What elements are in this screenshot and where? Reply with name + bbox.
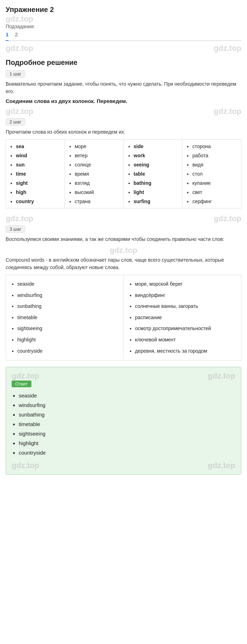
step-3-text2: Compound words - в английском обозначает… xyxy=(6,256,241,271)
watermark-row-1: gdz.top gdz.top xyxy=(6,44,241,53)
list-item: sunbathing xyxy=(19,410,235,419)
answer-label: Ответ xyxy=(12,381,31,387)
watermark-row-3: gdz.top gdz.top xyxy=(6,214,241,223)
list-item: стол xyxy=(192,169,237,178)
list-item: время xyxy=(75,169,119,178)
list-item: sightseeing xyxy=(19,429,235,438)
list-item: ветер xyxy=(75,151,119,160)
list-item: timetable xyxy=(17,312,118,323)
list-item: море, морской берег xyxy=(135,279,236,290)
table-row: seawindsuntimesighthighcountry мореветер… xyxy=(6,140,241,208)
list-item: страна xyxy=(75,197,119,206)
step-2-text1: Прочитаем слова из обеих колонок и перев… xyxy=(6,128,241,136)
list-item: time xyxy=(16,169,60,178)
list-item: солнечные ванны, загорать xyxy=(135,301,236,312)
solution-heading: Подробное решение xyxy=(6,59,241,67)
step-3: 3 шаг Воспользуемся своими знаниями, а т… xyxy=(6,225,241,271)
list-item: light xyxy=(134,188,178,197)
list-item: деревня, местность за городом xyxy=(135,346,236,357)
list-item: windsurfing xyxy=(17,290,118,301)
list-item: sun xyxy=(16,160,60,169)
list-item: взгляд xyxy=(75,178,119,188)
list-item: sightseeing xyxy=(17,323,118,334)
list-item: timetable xyxy=(19,419,235,429)
list-item: серфинг xyxy=(192,197,237,206)
list-item: высокий xyxy=(75,188,119,197)
list-item: свет xyxy=(192,188,237,197)
list-item: highlight xyxy=(17,334,118,346)
exercise-title: Упражнение 2 xyxy=(6,6,241,14)
list-item: windsurfing xyxy=(19,400,235,410)
list-item: seaside xyxy=(19,391,235,400)
step-1-text2: Соединим слова из двух колонок. Переведе… xyxy=(6,98,241,104)
vocab-col1-ru: мореветерсолнцевремявзглядвысокийстрана xyxy=(65,140,124,208)
list-item: море xyxy=(75,142,119,151)
step-2: 2 шаг Прочитаем слова из обеих колонок и… xyxy=(6,118,241,136)
list-item: highlight xyxy=(19,438,235,448)
vocab-col2-ru: сторонаработавидястолкупаниесветсерфинг xyxy=(182,140,241,208)
list-item: sight xyxy=(16,178,60,188)
subtask-tabs: 1 2 xyxy=(6,31,241,41)
list-item: seeing xyxy=(134,160,178,169)
list-item: расписание xyxy=(135,312,236,323)
list-item: осмотр достопримечательностей xyxy=(135,323,236,334)
step-3-text1: Воспользуемся своими знаниями, а так же … xyxy=(6,236,241,243)
answer-list: seasidewindsurfingsunbathingtimetablesig… xyxy=(12,391,235,457)
subtask-label: Подзадания: xyxy=(6,24,241,29)
vocab-col2-en: sideworkseeingtablebathinglightsurfing xyxy=(124,140,182,208)
list-item: видя xyxy=(192,160,237,169)
list-item: sunbathing xyxy=(17,301,118,312)
watermark-center: gdz.top xyxy=(6,246,241,255)
step-1-text1: Внимательно прочитаем задание, чтобы пон… xyxy=(6,80,241,95)
list-item: ключевой момент xyxy=(135,334,236,346)
list-item: work xyxy=(134,151,178,160)
step-1: 1 шаг Внимательно прочитаем задание, что… xyxy=(6,70,241,104)
tab-2[interactable]: 2 xyxy=(15,31,18,39)
watermark-row-2: gdz.top gdz.top xyxy=(6,107,241,116)
step-2-badge: 2 шаг xyxy=(6,118,25,126)
tab-1[interactable]: 1 xyxy=(6,31,8,41)
list-item: работа xyxy=(192,151,237,160)
list-item: купание xyxy=(192,178,237,188)
list-item: виндсёрфинг xyxy=(135,290,236,301)
list-item: sea xyxy=(16,142,60,151)
list-item: country xyxy=(16,197,60,206)
list-item: wind xyxy=(16,151,60,160)
list-item: seaside xyxy=(17,279,118,290)
list-item: сторона xyxy=(192,142,237,151)
step-3-badge: 3 шаг xyxy=(6,225,25,233)
list-item: countryside xyxy=(19,448,235,457)
step-1-badge: 1 шаг xyxy=(6,70,25,78)
list-item: surfing xyxy=(134,197,178,206)
list-item: table xyxy=(134,169,178,178)
compound-col2: море, морской берегвиндсёрфингсолнечные … xyxy=(124,275,241,360)
compound-table: seasidewindsurfingsunbathingtimetablesig… xyxy=(6,275,241,360)
list-item: countryside xyxy=(17,346,118,357)
list-item: high xyxy=(16,188,60,197)
watermark-answer-top: gdz.top gdz.top xyxy=(12,371,235,381)
list-item: bathing xyxy=(134,178,178,188)
answer-box: gdz.top gdz.top Ответ seasidewindsurfing… xyxy=(6,367,241,475)
vocab-col1-en: seawindsuntimesighthighcountry xyxy=(6,140,65,208)
list-item: side xyxy=(134,142,178,151)
vocab-table: seawindsuntimesighthighcountry мореветер… xyxy=(6,139,241,208)
watermark-top: gdz.top xyxy=(6,14,241,24)
list-item: солнце xyxy=(75,160,119,169)
watermark-answer-bottom: gdz.top gdz.top xyxy=(12,461,235,470)
compound-col1: seasidewindsurfingsunbathingtimetablesig… xyxy=(6,275,124,360)
